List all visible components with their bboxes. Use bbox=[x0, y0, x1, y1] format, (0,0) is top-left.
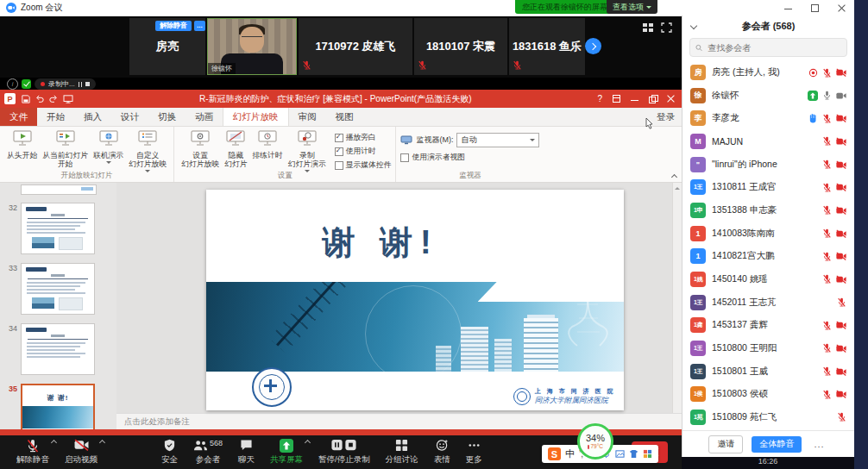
toolbar-chat-button[interactable]: 聊天 bbox=[230, 435, 262, 469]
ribbon-tab-1[interactable]: 开始 bbox=[37, 108, 74, 126]
toolbar-breakout-button[interactable]: 分组讨论 bbox=[378, 435, 426, 469]
ppt-restore-button[interactable] bbox=[649, 95, 657, 103]
present-online-button[interactable]: 联机演示 bbox=[91, 129, 126, 166]
participant-row[interactable]: 11410821宫大鹏 bbox=[682, 245, 854, 267]
encryption-shield-icon[interactable] bbox=[22, 79, 31, 89]
participant-row[interactable]: 李李彦龙 bbox=[682, 107, 854, 129]
maximize-button[interactable] bbox=[811, 4, 819, 12]
from-beginning-button[interactable]: 从头开始 bbox=[4, 129, 40, 160]
participant-row[interactable]: ""linrui"的 iPhone bbox=[682, 153, 854, 176]
record-slideshow-button[interactable]: 录制 幻灯片演示 bbox=[286, 129, 329, 175]
participant-row[interactable]: 1王1510800 王明阳 bbox=[682, 337, 854, 360]
ppt-close-button[interactable] bbox=[667, 95, 675, 103]
ribbon-tab-8[interactable]: 视图 bbox=[326, 108, 363, 126]
participant-name-tile[interactable]: 1831618 鱼乐 bbox=[509, 18, 585, 75]
canvas-scrollbar[interactable] bbox=[672, 183, 682, 413]
ribbon-tab-2[interactable]: 插入 bbox=[74, 108, 111, 126]
ribbon-tab-7[interactable]: 审阅 bbox=[289, 108, 326, 126]
toolbar-cam-button[interactable]: 启动视频 bbox=[57, 435, 105, 469]
minimize-button[interactable] bbox=[784, 4, 792, 12]
screenshot-icon[interactable] bbox=[615, 449, 625, 459]
invite-button[interactable]: 邀请 bbox=[708, 435, 743, 453]
mute-all-button[interactable]: 全体静音 bbox=[752, 436, 802, 453]
participant-row[interactable]: 1侯1510803 侯硕 bbox=[682, 383, 854, 405]
slide-thumbnail-partial[interactable] bbox=[21, 184, 97, 195]
hide-slide-button[interactable]: 隐藏 幻灯片 bbox=[222, 129, 249, 169]
participant-name-tile[interactable]: 房亮解除静音... bbox=[129, 18, 205, 75]
ribbon-tab-5[interactable]: 动画 bbox=[186, 108, 223, 126]
participant-row[interactable]: 1王1310811 王成官 bbox=[682, 176, 854, 198]
thumbnail-card[interactable]: 谢 谢! bbox=[21, 384, 95, 429]
info-icon[interactable]: i bbox=[7, 78, 18, 90]
play-narrations-checkbox[interactable]: 播放旁白 bbox=[335, 133, 392, 143]
ribbon-tab-file[interactable]: 文件 bbox=[0, 108, 37, 126]
participant-row[interactable]: 11410083陈南南 bbox=[682, 222, 854, 245]
use-timings-checkbox[interactable]: 使用计时 bbox=[335, 147, 392, 157]
slide-thumbnail[interactable]: 35谢 谢! bbox=[3, 384, 116, 429]
redo-icon[interactable] bbox=[49, 95, 58, 103]
gallery-view-icon[interactable] bbox=[642, 22, 654, 33]
chevron-up-icon[interactable] bbox=[100, 439, 105, 444]
stop-recording-icon[interactable] bbox=[85, 82, 90, 86]
thumbnail-card[interactable] bbox=[21, 323, 95, 375]
custom-slideshow-button[interactable]: 自定义 幻灯片放映 bbox=[126, 129, 169, 175]
undo-icon[interactable] bbox=[35, 95, 44, 103]
slide-thumbnail[interactable]: 34 bbox=[3, 323, 116, 375]
toolbar-more-button[interactable]: 更多 bbox=[458, 435, 490, 469]
from-current-slide-button[interactable]: 从当前幻灯片 开始 bbox=[40, 129, 91, 169]
ribbon-options-button[interactable] bbox=[613, 95, 620, 103]
sogou-logo-icon[interactable]: S bbox=[548, 447, 561, 460]
toolbar-people-button[interactable]: 568参会者 bbox=[186, 435, 230, 469]
ribbon-tab-3[interactable]: 设计 bbox=[111, 108, 148, 126]
save-icon[interactable] bbox=[22, 95, 30, 103]
participant-search[interactable] bbox=[689, 38, 847, 57]
toolbar-reactions-button[interactable]: 表情 bbox=[426, 435, 458, 469]
presenter-view-checkbox[interactable]: 使用演示者视图 bbox=[400, 153, 539, 163]
chevron-down-icon[interactable] bbox=[690, 23, 696, 29]
search-input[interactable] bbox=[706, 42, 841, 53]
thumbnail-card[interactable] bbox=[21, 263, 95, 315]
next-participants-button[interactable] bbox=[585, 38, 601, 54]
participant-row[interactable]: 1苑1510809 苑仁飞 bbox=[682, 406, 854, 428]
participant-row[interactable]: 1王1510801 王威 bbox=[682, 360, 854, 383]
collapse-ribbon-button[interactable] bbox=[671, 173, 677, 179]
view-options-button[interactable]: 查看选项 bbox=[607, 0, 657, 14]
toolbar-share-screen-button[interactable]: 共享屏幕 bbox=[262, 435, 311, 469]
fullscreen-icon[interactable] bbox=[661, 22, 672, 33]
participant-row[interactable]: 1龚1453137 龚辉 bbox=[682, 314, 854, 336]
participant-row[interactable]: 徐徐镶怀 bbox=[682, 84, 854, 107]
more-options-button[interactable]: ... bbox=[810, 439, 827, 449]
setup-slideshow-button[interactable]: 设置 幻灯片放映 bbox=[179, 129, 222, 169]
participant-row[interactable]: 1姚1450140 姚瑶 bbox=[682, 268, 854, 291]
pause-recording-icon[interactable] bbox=[79, 82, 83, 87]
performance-badge[interactable]: 34% 79°C bbox=[577, 423, 613, 460]
chevron-up-icon[interactable] bbox=[52, 439, 57, 444]
participant-row[interactable]: 1申1351388 申志豪 bbox=[682, 199, 854, 222]
participant-row[interactable]: 房房亮 (主持人, 我) bbox=[682, 61, 854, 84]
monitor-dropdown[interactable]: 自动 bbox=[456, 133, 539, 147]
help-button[interactable]: ? bbox=[597, 95, 602, 103]
ribbon-tab-4[interactable]: 切换 bbox=[148, 108, 186, 126]
input-mode-icon[interactable]: 中 bbox=[565, 447, 575, 460]
skin-icon[interactable] bbox=[629, 449, 638, 459]
slide-thumbnail[interactable]: 32 bbox=[3, 203, 116, 254]
rehearse-timings-button[interactable]: 排练计时 bbox=[250, 129, 286, 160]
participant-name-tile[interactable]: 1710972 皮雄飞 bbox=[299, 18, 412, 75]
thumbnail-card[interactable] bbox=[21, 203, 95, 254]
toolbar-pause-stop-button[interactable]: 暂停/停止录制 bbox=[311, 435, 378, 469]
video-tile[interactable]: 徐镶怀 bbox=[207, 18, 297, 75]
participant-name-tile[interactable]: 1810107 宋震 bbox=[414, 18, 507, 75]
participant-row[interactable]: 1王1452011 王志芃 bbox=[682, 291, 854, 314]
unmute-button[interactable]: 解除静音 bbox=[155, 21, 192, 31]
toolbar-mic-button[interactable]: 解除静音 bbox=[9, 435, 57, 469]
toolbox-icon[interactable] bbox=[643, 449, 652, 459]
show-media-controls-checkbox[interactable]: 显示媒体控件 bbox=[335, 160, 392, 171]
ribbon-tab-6[interactable]: 幻灯片放映 bbox=[223, 108, 289, 126]
signin-link[interactable]: 登录 bbox=[657, 108, 675, 126]
participant-row[interactable]: MMAJUN bbox=[682, 130, 854, 153]
slide-thumbnail[interactable]: 33 bbox=[3, 263, 116, 315]
tile-more-button[interactable]: ... bbox=[194, 21, 205, 31]
chevron-up-icon[interactable] bbox=[305, 439, 311, 444]
toolbar-shield-button[interactable]: 安全 bbox=[154, 435, 186, 469]
slideshow-icon[interactable] bbox=[63, 95, 73, 103]
